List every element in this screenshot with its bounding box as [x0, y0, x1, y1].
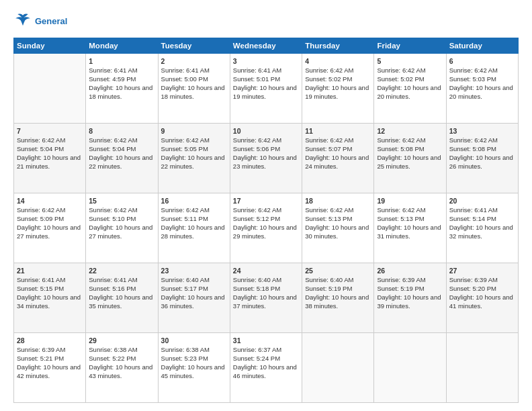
sunset-text: Sunset: 5:19 PM [305, 285, 352, 292]
sunrise-text: Sunrise: 6:39 AM [17, 346, 65, 353]
sunrise-text: Sunrise: 6:41 AM [17, 276, 65, 283]
calendar-cell: 23Sunrise: 6:40 AMSunset: 5:17 PMDayligh… [158, 263, 230, 333]
calendar-cell [374, 333, 446, 403]
calendar-cell [446, 333, 518, 403]
calendar-cell: 26Sunrise: 6:39 AMSunset: 5:19 PMDayligh… [374, 263, 446, 333]
page: General SundayMondayTuesdayWednesdayThur… [0, 0, 532, 411]
daylight-text: Daylight: 10 hours and 30 minutes. [305, 224, 369, 240]
column-header-thursday: Thursday [302, 38, 374, 54]
sunrise-text: Sunrise: 6:42 AM [89, 136, 137, 144]
column-header-wednesday: Wednesday [230, 38, 302, 54]
sunset-text: Sunset: 5:09 PM [17, 215, 64, 222]
calendar-cell [302, 333, 374, 403]
day-number: 19 [377, 196, 443, 205]
day-number: 28 [17, 336, 83, 345]
calendar-cell: 31Sunrise: 6:37 AMSunset: 5:24 PMDayligh… [230, 333, 302, 403]
sunset-text: Sunset: 5:05 PM [161, 145, 208, 152]
sunset-text: Sunset: 5:03 PM [449, 75, 496, 83]
daylight-text: Daylight: 10 hours and 20 minutes. [449, 84, 513, 100]
calendar-cell: 11Sunrise: 6:42 AMSunset: 5:07 PMDayligh… [302, 124, 374, 193]
day-number: 5 [377, 56, 443, 66]
sunrise-text: Sunrise: 6:40 AM [161, 276, 210, 283]
calendar-cell: 21Sunrise: 6:41 AMSunset: 5:15 PMDayligh… [14, 263, 86, 333]
day-number: 26 [377, 266, 443, 275]
daylight-text: Daylight: 10 hours and 35 minutes. [89, 293, 152, 310]
calendar-cell: 19Sunrise: 6:42 AMSunset: 5:13 PMDayligh… [374, 193, 446, 263]
calendar-cell: 3Sunrise: 6:41 AMSunset: 5:01 PMDaylight… [230, 54, 302, 124]
calendar-cell: 4Sunrise: 6:42 AMSunset: 5:02 PMDaylight… [302, 54, 374, 124]
sunrise-text: Sunrise: 6:42 AM [377, 206, 425, 214]
sunset-text: Sunset: 5:14 PM [449, 215, 496, 222]
sunrise-text: Sunrise: 6:42 AM [89, 206, 137, 214]
sunrise-text: Sunrise: 6:39 AM [377, 276, 425, 283]
day-number: 25 [305, 266, 371, 275]
day-number: 4 [305, 56, 371, 66]
sunrise-text: Sunrise: 6:42 AM [449, 66, 498, 74]
calendar-table: SundayMondayTuesdayWednesdayThursdayFrid… [13, 38, 519, 403]
daylight-text: Daylight: 10 hours and 24 minutes. [305, 154, 369, 170]
daylight-text: Daylight: 10 hours and 45 minutes. [161, 363, 225, 379]
calendar-cell: 8Sunrise: 6:42 AMSunset: 5:04 PMDaylight… [86, 124, 158, 193]
daylight-text: Daylight: 10 hours and 21 minutes. [17, 154, 81, 170]
daylight-text: Daylight: 10 hours and 41 minutes. [449, 293, 513, 310]
sunset-text: Sunset: 5:15 PM [17, 285, 64, 292]
calendar-cell: 30Sunrise: 6:38 AMSunset: 5:23 PMDayligh… [158, 333, 230, 403]
day-number: 3 [233, 56, 299, 66]
calendar-cell: 9Sunrise: 6:42 AMSunset: 5:05 PMDaylight… [158, 124, 230, 193]
sunrise-text: Sunrise: 6:40 AM [305, 276, 353, 283]
day-number: 29 [89, 336, 154, 345]
day-number: 21 [17, 266, 83, 275]
calendar-week-row: 14Sunrise: 6:42 AMSunset: 5:09 PMDayligh… [14, 193, 519, 263]
sunrise-text: Sunrise: 6:41 AM [449, 206, 498, 214]
logo-general: General [35, 16, 67, 26]
daylight-text: Daylight: 10 hours and 36 minutes. [161, 293, 225, 310]
daylight-text: Daylight: 10 hours and 18 minutes. [89, 84, 152, 100]
sunset-text: Sunset: 5:13 PM [377, 215, 424, 222]
day-number: 11 [305, 126, 371, 136]
daylight-text: Daylight: 10 hours and 23 minutes. [233, 154, 297, 170]
sunset-text: Sunset: 5:13 PM [305, 215, 352, 222]
sunrise-text: Sunrise: 6:42 AM [377, 66, 425, 74]
sunrise-text: Sunrise: 6:38 AM [161, 346, 210, 353]
daylight-text: Daylight: 10 hours and 37 minutes. [233, 293, 297, 310]
sunset-text: Sunset: 5:07 PM [305, 145, 352, 152]
sunset-text: Sunset: 5:04 PM [17, 145, 64, 152]
daylight-text: Daylight: 10 hours and 38 minutes. [305, 293, 369, 310]
calendar-cell: 10Sunrise: 6:42 AMSunset: 5:06 PMDayligh… [230, 124, 302, 193]
day-number: 18 [305, 196, 371, 205]
day-number: 30 [161, 336, 227, 345]
daylight-text: Daylight: 10 hours and 25 minutes. [377, 154, 441, 170]
calendar-cell: 15Sunrise: 6:42 AMSunset: 5:10 PMDayligh… [86, 193, 158, 263]
day-number: 1 [89, 56, 154, 66]
calendar-cell: 7Sunrise: 6:42 AMSunset: 5:04 PMDaylight… [14, 124, 86, 193]
calendar-week-row: 28Sunrise: 6:39 AMSunset: 5:21 PMDayligh… [14, 333, 519, 403]
daylight-text: Daylight: 10 hours and 32 minutes. [449, 224, 513, 240]
day-number: 20 [449, 196, 515, 205]
sunset-text: Sunset: 5:21 PM [17, 355, 64, 362]
calendar-cell: 13Sunrise: 6:42 AMSunset: 5:08 PMDayligh… [446, 124, 518, 193]
calendar-cell: 14Sunrise: 6:42 AMSunset: 5:09 PMDayligh… [14, 193, 86, 263]
calendar-cell: 20Sunrise: 6:41 AMSunset: 5:14 PMDayligh… [446, 193, 518, 263]
calendar-week-row: 7Sunrise: 6:42 AMSunset: 5:04 PMDaylight… [14, 124, 519, 193]
calendar-cell: 12Sunrise: 6:42 AMSunset: 5:08 PMDayligh… [374, 124, 446, 193]
day-number: 9 [161, 126, 227, 136]
sunrise-text: Sunrise: 6:38 AM [89, 346, 137, 353]
logo-bird-icon [13, 12, 32, 31]
day-number: 22 [89, 266, 154, 275]
sunset-text: Sunset: 5:10 PM [89, 215, 136, 222]
calendar-cell: 1Sunrise: 6:41 AMSunset: 4:59 PMDaylight… [86, 54, 158, 124]
day-number: 27 [449, 266, 515, 275]
calendar-cell: 16Sunrise: 6:42 AMSunset: 5:11 PMDayligh… [158, 193, 230, 263]
sunrise-text: Sunrise: 6:41 AM [89, 66, 137, 74]
calendar-cell: 18Sunrise: 6:42 AMSunset: 5:13 PMDayligh… [302, 193, 374, 263]
sunrise-text: Sunrise: 6:41 AM [233, 66, 281, 74]
daylight-text: Daylight: 10 hours and 31 minutes. [377, 224, 441, 240]
daylight-text: Daylight: 10 hours and 22 minutes. [89, 154, 152, 170]
column-header-friday: Friday [374, 38, 446, 54]
daylight-text: Daylight: 10 hours and 28 minutes. [161, 224, 225, 240]
day-number: 6 [449, 56, 515, 66]
sunset-text: Sunset: 5:02 PM [377, 75, 424, 83]
sunset-text: Sunset: 5:11 PM [161, 215, 208, 222]
daylight-text: Daylight: 10 hours and 39 minutes. [377, 293, 441, 310]
sunrise-text: Sunrise: 6:42 AM [17, 206, 65, 214]
